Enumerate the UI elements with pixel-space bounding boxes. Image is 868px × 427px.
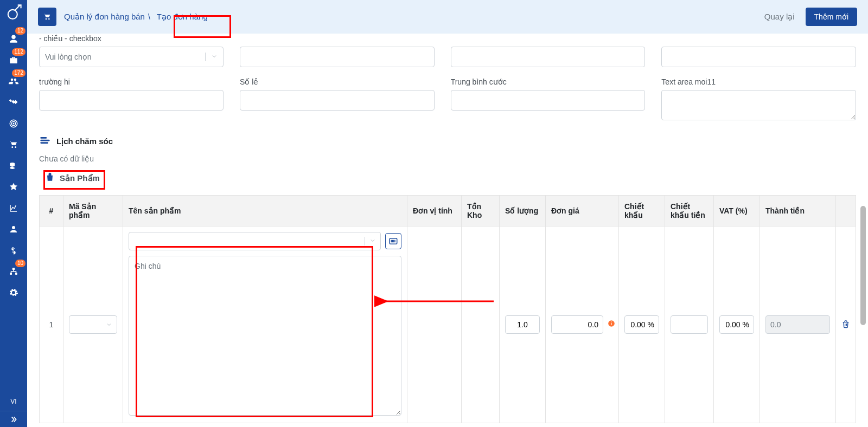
field-label-sole: Số lẻ (240, 77, 435, 87)
sidebar-item-settings[interactable] (0, 283, 27, 302)
sidebar-item-briefcase[interactable]: 112 (0, 50, 27, 70)
breadcrumb-parent[interactable]: Quản lý đơn hàng bán (64, 12, 145, 22)
breadcrumb-separator: \ (148, 12, 150, 21)
field-sole[interactable] (240, 90, 435, 111)
sidebar-item-dollar[interactable] (0, 241, 27, 260)
sidebar-language[interactable]: VI (10, 392, 16, 411)
cart-icon (38, 8, 56, 26)
chevron-down-icon (205, 53, 218, 61)
field-label-truonghi: trường hi (39, 77, 224, 87)
field-truonghi[interactable] (39, 90, 224, 111)
info-icon (608, 320, 615, 329)
field-label-trungbinhcuoc: Trung bình cước (451, 77, 646, 87)
badge-orgchart: 10 (15, 260, 25, 267)
sidebar-item-chart[interactable] (0, 198, 27, 218)
sidebar-item-star[interactable] (0, 177, 27, 197)
svg-rect-10 (611, 323, 611, 325)
sidebar-item-handshake[interactable] (0, 93, 27, 112)
care-schedule-empty: Chưa có dữ liệu (39, 154, 856, 163)
back-button[interactable]: Quay lại (764, 12, 795, 22)
col-unit: Đơn vị tính (407, 196, 462, 227)
main: Quản lý đơn hàng bán \ Tạo đơn hàng Quay… (27, 0, 868, 427)
select-checkbox-dimension[interactable]: Vui lòng chọn (39, 47, 224, 67)
cell-stock (462, 227, 500, 423)
badge-customers: 12 (15, 27, 25, 35)
delete-row-button[interactable] (841, 320, 850, 330)
products-title: Sản Phẩm (60, 173, 100, 183)
badge-briefcase: 112 (12, 48, 25, 56)
care-schedule-header: Lịch chăm sóc (39, 134, 856, 148)
vertical-scrollbar[interactable] (859, 43, 867, 422)
sidebar-item-customers[interactable]: 12 (0, 29, 27, 49)
field-label-textarea11: Text area moi11 (661, 77, 856, 87)
sidebar-item-group[interactable]: 172 (0, 72, 27, 91)
svg-point-0 (8, 10, 17, 19)
field-trungbinhcuoc[interactable] (451, 90, 646, 111)
sidebar-item-cart[interactable] (0, 135, 27, 154)
sidebar-item-manager[interactable] (0, 219, 27, 239)
sidebar-expand-button[interactable] (0, 411, 27, 427)
col-total: Thành tiền (760, 196, 836, 227)
barcode-scan-button[interactable] (385, 233, 401, 249)
col-discount-amount: Chiết khấu tiền (665, 196, 714, 227)
products-section-header: Sản Phẩm (39, 169, 105, 187)
cell-discount-input[interactable] (624, 315, 659, 334)
svg-point-11 (611, 322, 612, 323)
badge-group: 172 (12, 69, 25, 77)
cell-code-select[interactable] (69, 315, 117, 334)
cell-idx: 1 (40, 227, 63, 423)
col-price: Đơn giá (546, 196, 619, 227)
chevron-down-icon (365, 237, 376, 245)
content-area: - chiều - checkbox Vui lòng chọn trường … (27, 34, 868, 427)
cell-unit (407, 227, 462, 423)
sidebar: 12 112 172 (0, 0, 27, 427)
field-c[interactable] (451, 47, 646, 67)
sidebar-item-orgchart[interactable]: 10 (0, 262, 27, 281)
cell-notes-textarea[interactable] (129, 256, 401, 416)
page-header: Quản lý đơn hàng bán \ Tạo đơn hàng Quay… (27, 0, 868, 34)
care-schedule-title: Lịch chăm sóc (56, 137, 113, 146)
add-new-button[interactable]: Thêm mới (806, 8, 857, 26)
sidebar-item-coins[interactable] (0, 156, 27, 176)
svg-point-3 (13, 123, 14, 124)
table-row: 1 (40, 227, 856, 423)
svg-rect-5 (12, 268, 15, 270)
col-qty: Số lượng (500, 196, 546, 227)
col-discount: Chiết khấu (619, 196, 665, 227)
col-vat: VAT (%) (714, 196, 760, 227)
cell-price-input[interactable] (551, 315, 603, 334)
cell-vat-input[interactable] (719, 315, 754, 334)
sidebar-item-target[interactable] (0, 114, 27, 133)
field-d[interactable] (661, 47, 856, 67)
breadcrumb-current[interactable]: Tạo đơn hàng (154, 10, 211, 24)
field-label-checkbox: - chiều - checkbox (39, 34, 224, 43)
cell-name-select[interactable] (129, 232, 381, 250)
svg-rect-6 (10, 273, 12, 275)
app-logo (4, 3, 23, 22)
list-icon (39, 134, 51, 148)
field-textarea11[interactable] (661, 90, 856, 120)
field-b[interactable] (240, 47, 435, 67)
products-table: # Mã Sản phẩm Tên sản phẩm Đơn vị tính T… (39, 195, 856, 423)
cell-qty-input[interactable] (505, 315, 540, 334)
col-stock: Tồn Kho (462, 196, 500, 227)
col-idx: # (40, 196, 63, 227)
col-actions (836, 196, 856, 227)
svg-rect-7 (15, 273, 17, 275)
bag-icon (44, 172, 55, 184)
cell-discount-amount-input[interactable] (671, 315, 708, 334)
cell-total (765, 315, 830, 334)
col-name: Tên sản phẩm (123, 196, 407, 227)
col-code: Mã Sản phẩm (63, 196, 123, 227)
